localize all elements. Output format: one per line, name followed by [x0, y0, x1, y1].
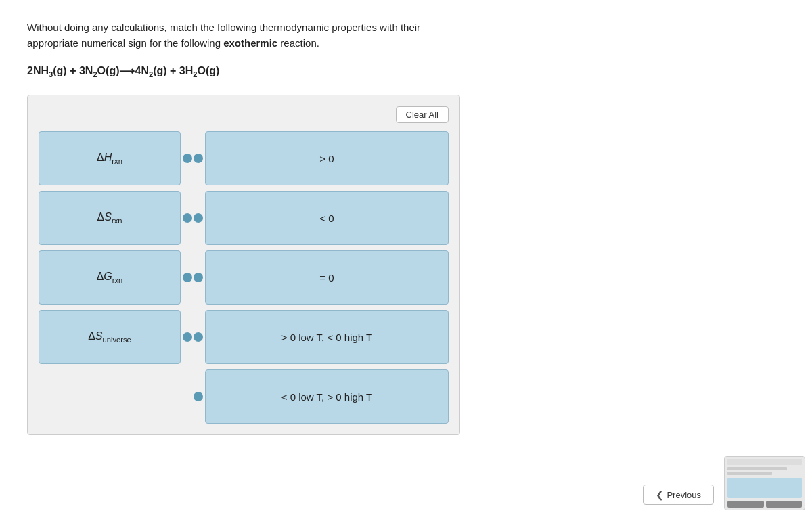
- matching-container: Clear All ΔHrxn ΔSrxn ΔGrxn ΔSuniverse: [27, 95, 460, 435]
- left-item-delta-s[interactable]: ΔSrxn: [39, 191, 181, 245]
- right-item-eq0[interactable]: = 0: [205, 250, 449, 305]
- left-item-delta-g[interactable]: ΔGrxn: [39, 250, 181, 305]
- right-column: > 0 < 0 = 0 > 0 low T, < 0 high T < 0 lo…: [205, 131, 449, 424]
- right-item-gt0[interactable]: > 0: [205, 131, 449, 185]
- clear-all-row: Clear All: [39, 106, 449, 123]
- clear-all-button[interactable]: Clear All: [396, 106, 449, 123]
- right-item-lt0-low-gt0-high[interactable]: < 0 low T, > 0 high T: [205, 369, 449, 424]
- previous-arrow-icon: ❮: [656, 489, 664, 500]
- left-item-delta-s-universe[interactable]: ΔSuniverse: [39, 310, 181, 364]
- reaction-equation: 2NH3(g) + 3N2O(g)⟶4N2(g) + 3H2O(g): [27, 64, 447, 78]
- right-item-gt0-low-lt0-high[interactable]: > 0 low T, < 0 high T: [205, 310, 449, 364]
- left-item-delta-h[interactable]: ΔHrxn: [39, 131, 181, 185]
- thumbnail-preview: [724, 456, 805, 510]
- match-area: ΔHrxn ΔSrxn ΔGrxn ΔSuniverse > 0 < 0: [39, 131, 449, 424]
- question-text: Without doing any calculations, match th…: [27, 20, 447, 51]
- right-item-lt0[interactable]: < 0: [205, 191, 449, 245]
- left-column: ΔHrxn ΔSrxn ΔGrxn ΔSuniverse: [39, 131, 181, 424]
- previous-button[interactable]: ❮ Previous: [643, 485, 714, 505]
